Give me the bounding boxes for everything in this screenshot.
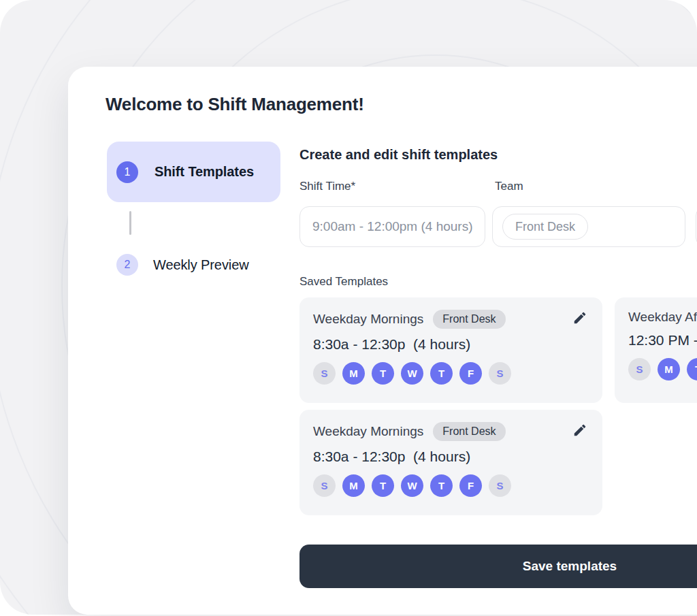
day-chip: M [342,362,365,385]
edit-template-button[interactable] [571,422,589,440]
template-card-head: Weekday Af [628,310,697,325]
team-chip-front-desk[interactable]: Front Desk [502,214,588,240]
day-chips: S M T W T F S [313,474,589,497]
edit-template-button[interactable] [571,310,589,327]
pencil-icon [572,310,587,327]
shift-time-input[interactable] [300,207,485,246]
day-chip: W [401,362,423,385]
template-time: 8:30a - 12:30p (4 hours) [313,336,589,353]
day-chip: S [628,358,651,380]
template-time: 8:30a - 12:30p (4 hours) [313,449,589,465]
day-chip: T [372,474,394,497]
day-chip: W [401,474,423,497]
stepper-connector-line [129,211,131,235]
team-badge: Front Desk [433,310,505,329]
stepper-item-weekly-preview[interactable]: 2 Weekly Preview [116,254,249,276]
day-chip: S [489,362,511,385]
day-chips: S M T W T F S [313,362,589,385]
template-card-head: Weekday Mornings Front Desk [313,310,589,329]
page-title: Welcome to Shift Management! [106,94,364,114]
step-number-badge: 1 [116,161,138,183]
section-heading: Create and edit shift templates [299,147,498,163]
day-chip: S [489,474,511,497]
template-title: Weekday Mornings [313,312,423,327]
day-chip: F [459,362,482,385]
shift-management-modal: Welcome to Shift Management! 1 Shift Tem… [68,67,697,615]
step-number-badge: 2 [116,254,138,276]
template-title: Weekday Af [628,310,697,325]
shift-time-label: Shift Time* [299,180,355,193]
template-card: Weekday Mornings Front Desk 8:30a - 12:3… [299,297,602,403]
saved-templates-label: Saved Templates [299,275,388,289]
stepper-item-shift-templates[interactable]: 1 Shift Templates [107,142,280,202]
template-card-partial: Weekday Af 12:30 PM - S M T [615,297,697,403]
step-label: Weekly Preview [153,257,249,273]
save-templates-button[interactable]: Save templates [299,545,697,588]
day-chip: T [687,358,697,380]
day-chip: S [313,474,336,497]
day-chip: T [430,474,453,497]
template-card-head: Weekday Mornings Front Desk [313,422,589,441]
step-label: Shift Templates [155,164,254,180]
template-title: Weekday Mornings [313,424,423,439]
day-chip: S [313,362,336,385]
team-badge: Front Desk [433,422,505,441]
template-card: Weekday Mornings Front Desk 8:30a - 12:3… [299,410,602,515]
team-label: Team [495,180,523,193]
screen: Welcome to Shift Management! 1 Shift Tem… [0,0,697,616]
pencil-icon [572,423,587,440]
template-time: 12:30 PM - [628,332,697,348]
day-chip: T [430,362,453,385]
shift-time-field [299,206,485,247]
day-chips: S M T [628,358,697,380]
day-chip: M [342,474,365,497]
day-chip: F [459,474,482,497]
day-chip: T [372,362,394,385]
day-chip: M [658,358,680,380]
team-field[interactable]: Front Desk [492,206,685,247]
